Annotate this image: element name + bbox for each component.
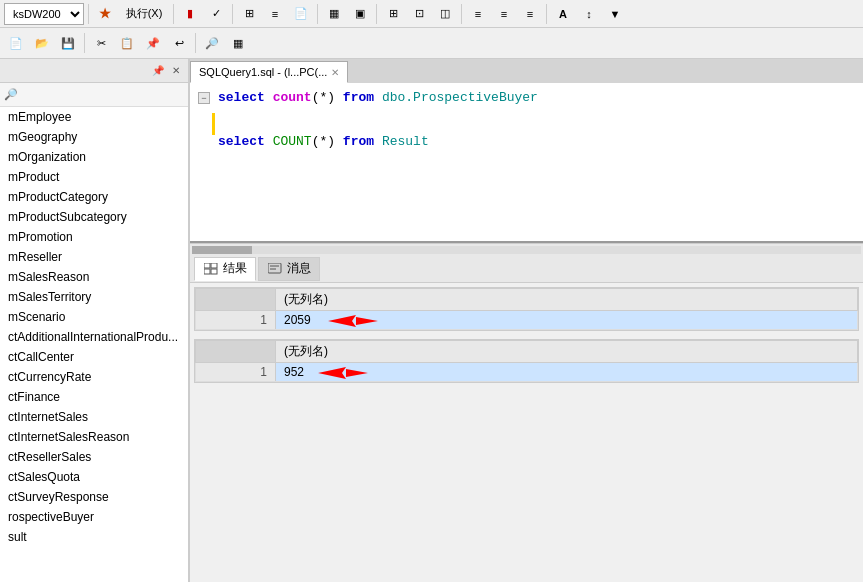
database-dropdown[interactable]: ksDW200	[4, 3, 84, 25]
tree-item-ctSalesQuota[interactable]: ctSalesQuota	[0, 467, 188, 487]
sep3	[232, 4, 233, 24]
table-2: Result	[382, 134, 429, 149]
align-center-btn[interactable]: ≡	[492, 3, 516, 25]
tree-item-mOrganization[interactable]: mOrganization	[0, 147, 188, 167]
results-tab-bar: 结果 消息	[190, 255, 863, 283]
align-left-btn[interactable]: ≡	[466, 3, 490, 25]
text-btn[interactable]: ≡	[263, 3, 287, 25]
tree-item-ctResellerSales[interactable]: ctResellerSales	[0, 447, 188, 467]
save-btn[interactable]: 💾	[56, 32, 80, 54]
undo-btn[interactable]: ↩	[167, 32, 191, 54]
btn8[interactable]: ⊡	[407, 3, 431, 25]
sep5	[376, 4, 377, 24]
tree-item-mScenario[interactable]: mScenario	[0, 307, 188, 327]
btn11[interactable]: ▦	[226, 32, 250, 54]
value-1: 2059	[284, 313, 311, 327]
sidebar-search: 🔎	[0, 83, 188, 107]
tree-item-ctInternetSales[interactable]: ctInternetSales	[0, 407, 188, 427]
toolbar-row1: ksDW200 ★ 执行(X) ▮ ✓ ⊞ ≡ 📄 ▦ ▣ ⊞ ⊡ ◫ ≡ ≡ …	[0, 0, 863, 28]
separator	[88, 4, 89, 24]
results-tab-messages[interactable]: 消息	[258, 257, 320, 281]
tree-item-ctInternetSalesReason[interactable]: ctInternetSalesReason	[0, 427, 188, 447]
sql-content[interactable]: select count(*) from dbo.ProspectiveBuye…	[190, 83, 863, 157]
tree-item-mProductSubcategory[interactable]: mProductSubcategory	[0, 207, 188, 227]
font-btn[interactable]: A	[551, 3, 575, 25]
pin-icon[interactable]: 📌	[150, 63, 166, 79]
file-btn[interactable]: 📄	[289, 3, 313, 25]
messages-tab-label: 消息	[287, 260, 311, 277]
svg-rect-2	[204, 269, 210, 274]
sep2	[173, 4, 174, 24]
tree-item-sult[interactable]: sult	[0, 527, 188, 547]
sidebar: 📌 ✕ 🔎 mEmployee mGeography mOrganization…	[0, 59, 190, 582]
execute-btn[interactable]: 执行(X)	[119, 3, 169, 25]
new-query-btn[interactable]: 📄	[4, 32, 28, 54]
result-value-1[interactable]: 2059	[276, 311, 858, 330]
sep6	[461, 4, 462, 24]
tree-item-mSalesTerritory[interactable]: mSalesTerritory	[0, 287, 188, 307]
sidebar-tree[interactable]: mEmployee mGeography mOrganization mProd…	[0, 107, 188, 582]
tree-item-mProductCategory[interactable]: mProductCategory	[0, 187, 188, 207]
btn5[interactable]: ▦	[322, 3, 346, 25]
kw-select-1: select	[218, 90, 265, 105]
tree-item-mPromotion[interactable]: mPromotion	[0, 227, 188, 247]
toolbar-area: ksDW200 ★ 执行(X) ▮ ✓ ⊞ ≡ 📄 ▦ ▣ ⊞ ⊡ ◫ ≡ ≡ …	[0, 0, 863, 59]
more-btn[interactable]: ▼	[603, 3, 627, 25]
tree-item-mProduct[interactable]: mProduct	[0, 167, 188, 187]
tree-item-mEmployee[interactable]: mEmployee	[0, 107, 188, 127]
tree-item-mReseller[interactable]: mReseller	[0, 247, 188, 267]
tree-item-ctFinance[interactable]: ctFinance	[0, 387, 188, 407]
sort-btn[interactable]: ↕	[577, 3, 601, 25]
svg-rect-1	[211, 263, 217, 268]
results-area: 结果 消息	[190, 255, 863, 582]
tree-item-ctAdditional[interactable]: ctAdditionalInternationalProdu...	[0, 327, 188, 347]
svg-marker-10	[346, 369, 368, 377]
scroll-thumb[interactable]	[192, 246, 252, 254]
results-tab-label: 结果	[223, 260, 247, 277]
red-arrow-1	[328, 309, 378, 333]
sidebar-header-icons: 📌 ✕	[150, 63, 184, 79]
editor-horiz-scroll[interactable]	[190, 243, 863, 255]
row-num-1: 1	[196, 311, 276, 330]
close-sidebar-btn[interactable]: ✕	[168, 63, 184, 79]
row-num-header-1	[196, 289, 276, 311]
tree-item-ctSurveyResponse[interactable]: ctSurveyResponse	[0, 487, 188, 507]
results-tab-results[interactable]: 结果	[194, 257, 256, 281]
kw-from-1: from	[343, 90, 374, 105]
sep7	[546, 4, 547, 24]
btn6[interactable]: ▣	[348, 3, 372, 25]
tab-close-btn[interactable]: ✕	[331, 67, 339, 78]
red-arrow-2	[318, 361, 368, 385]
kw-count-1: count	[273, 90, 312, 105]
result-table-2: (无列名) 1 952	[195, 340, 858, 382]
result-table-1: (无列名) 1 2059	[195, 288, 858, 330]
sep9	[195, 33, 196, 53]
fire-icon-btn[interactable]: ★	[93, 3, 117, 25]
kw-from-2: from	[343, 134, 374, 149]
sql-editor[interactable]: − select count(*) from dbo.ProspectiveBu…	[190, 83, 863, 243]
message-icon	[267, 262, 283, 276]
indent-btn[interactable]: ≡	[518, 3, 542, 25]
grid-btn[interactable]: ⊞	[237, 3, 261, 25]
tree-item-prospectiveBuyer[interactable]: rospectiveBuyer	[0, 507, 188, 527]
svg-rect-4	[268, 263, 281, 273]
kw-count-2: COUNT	[273, 134, 312, 149]
paste-btn[interactable]: 📌	[141, 32, 165, 54]
copy-btn[interactable]: 📋	[115, 32, 139, 54]
svg-marker-8	[356, 317, 378, 325]
value-2: 952	[284, 365, 304, 379]
query-tab-1[interactable]: SQLQuery1.sql - (l...PC(... ✕	[190, 61, 348, 83]
tree-item-ctCallCenter[interactable]: ctCallCenter	[0, 347, 188, 367]
btn10[interactable]: 🔎	[200, 32, 224, 54]
tree-item-mSalesReason[interactable]: mSalesReason	[0, 267, 188, 287]
tree-item-ctCurrencyRate[interactable]: ctCurrencyRate	[0, 367, 188, 387]
tree-item-mGeography[interactable]: mGeography	[0, 127, 188, 147]
open-btn[interactable]: 📂	[30, 32, 54, 54]
table-1: dbo.ProspectiveBuyer	[382, 90, 538, 105]
result-value-2[interactable]: 952	[276, 363, 858, 382]
stop-btn[interactable]: ▮	[178, 3, 202, 25]
cut-btn[interactable]: ✂	[89, 32, 113, 54]
parse-btn[interactable]: ✓	[204, 3, 228, 25]
btn7[interactable]: ⊞	[381, 3, 405, 25]
btn9[interactable]: ◫	[433, 3, 457, 25]
